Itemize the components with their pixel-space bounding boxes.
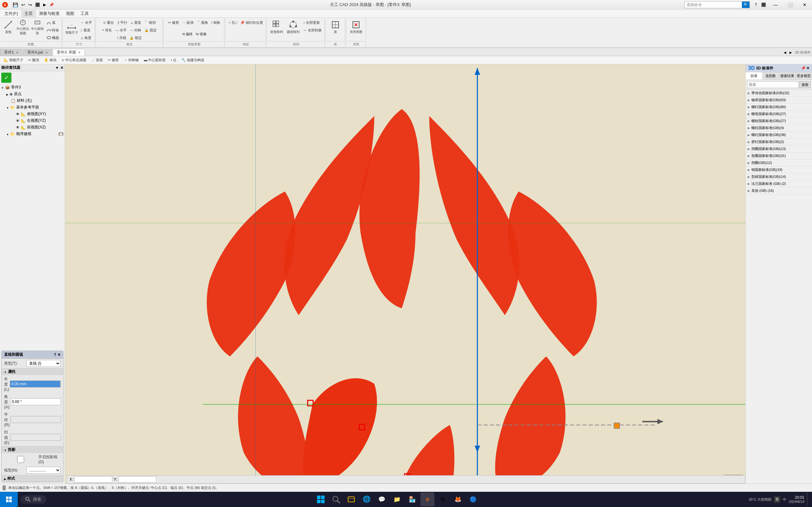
cmd-trim[interactable]: ✂ 修剪 <box>106 57 120 63</box>
rp-pin-btn[interactable]: 📌 <box>801 66 806 70</box>
hole-btn[interactable]: ○ 孔□ <box>227 19 238 26</box>
menu-file[interactable]: 文件(F) <box>1 10 21 17</box>
tab-part1[interactable]: 零件1 ✕ <box>0 49 22 56</box>
x-input[interactable] <box>74 476 112 483</box>
path-finder-expand[interactable]: ▼ <box>55 66 59 70</box>
cmd-rect[interactable]: ▬ 中心面矩形 <box>142 57 167 63</box>
menu-measure[interactable]: 测量与检查 <box>36 10 63 17</box>
rp-close-btn[interactable]: ✕ <box>806 66 809 70</box>
rp-item-1[interactable]: ▶ 轴承国家标准(GB)(93) <box>746 97 812 104</box>
cmd-undo[interactable]: ↩ 撤消 <box>26 57 41 63</box>
menu-view[interactable]: 视图 <box>63 10 78 17</box>
horiz-dim-btn[interactable]: ↔ 水平 <box>79 19 93 26</box>
rp-item-9[interactable]: ▶ 垫圈国家标准(GB)(31) <box>746 153 812 160</box>
tab-part4[interactable]: 零件4.par ✕ <box>23 49 52 56</box>
tab-part3[interactable]: 零件3: 草图 ✕ <box>53 49 85 56</box>
rp-item-5[interactable]: ▶ 螺柱国家标准(GB)(4) <box>746 125 812 131</box>
rp-tab-more[interactable]: 更多模型 <box>796 72 812 79</box>
undo-btn[interactable]: ↩ <box>20 2 26 8</box>
right-search-input[interactable] <box>747 81 799 88</box>
right-search-btn[interactable]: 搜索 <box>799 81 811 88</box>
tb-item-4[interactable]: 🌐 <box>359 493 373 506</box>
block-btn[interactable]: 块 <box>328 19 342 36</box>
cmd-move[interactable]: ✋ 移动 <box>42 57 58 63</box>
cmd-construct[interactable]: 🔧 创建为构造 <box>180 57 206 63</box>
save-btn[interactable]: 💾 <box>11 2 19 8</box>
tb-item-2[interactable] <box>329 493 343 506</box>
taskbar-search[interactable]: 搜索 <box>20 495 46 504</box>
tree-material[interactable]: 📋 材料 (无) <box>1 97 63 104</box>
rp-item-6[interactable]: ▶ 螺钉国家标准(GB)(38) <box>746 131 812 138</box>
stop-btn[interactable]: ⬛ <box>34 2 41 8</box>
rp-tab-select[interactable]: 选型数 <box>762 72 779 79</box>
tab3-close[interactable]: ✕ <box>78 51 81 54</box>
expand-btn[interactable]: ⬛ <box>760 1 767 8</box>
style-section[interactable]: 样式 <box>2 475 63 482</box>
tb-item-6[interactable]: 📁 <box>390 493 404 506</box>
confirm-btn[interactable]: ✓ <box>1 73 11 83</box>
tb-item-7[interactable]: 🏪 <box>405 493 419 506</box>
smart-dim-btn[interactable]: ↔ 智能尺寸 <box>65 19 79 36</box>
mirror-btn[interactable]: ⇆ 镜像 <box>195 31 208 38</box>
tb-item-9[interactable]: 🦊 <box>451 493 465 506</box>
tb-item-8[interactable]: ✉ <box>436 493 450 506</box>
tab-next-btn[interactable]: ▶ <box>788 49 794 56</box>
perp-btn[interactable]: ⊥ 垂直 <box>129 19 143 26</box>
tb-item-5[interactable]: 💬 <box>375 493 389 506</box>
length-input[interactable] <box>10 381 61 388</box>
proj-checkbox[interactable] <box>4 456 37 463</box>
rp-item-12[interactable]: ▶ 型材国家标准(GB)(14) <box>746 173 812 180</box>
rp-item-3[interactable]: ▶ 螺母国家标准(GB)(27) <box>746 111 812 118</box>
start-button[interactable] <box>0 492 18 507</box>
circle-btn[interactable]: 中心和点画圆 <box>16 19 30 36</box>
rp-item-8[interactable]: ▶ 挡圈国家标准(GB)(13) <box>746 146 812 153</box>
offset-btn[interactable]: ⇉ 偏移 <box>181 31 194 38</box>
menu-tools[interactable]: 工具 <box>78 10 92 17</box>
pin-btn[interactable]: 📌 <box>48 2 55 8</box>
y-input[interactable] <box>118 476 156 483</box>
horiz-btn[interactable]: — 水平 <box>114 26 128 34</box>
search-button[interactable]: 🔍 <box>742 2 750 8</box>
tb-item-10[interactable]: 🔵 <box>466 493 480 506</box>
rp-item-0[interactable]: ▶ 带传动国家标准(GB)(32) <box>746 90 812 97</box>
tree-view-xz[interactable]: 👁 📐 前视图(XZ) <box>1 124 63 131</box>
rp-item-2[interactable]: ▶ 螺钉国家标准(GB)(80) <box>746 104 812 111</box>
help-btn[interactable]: ? <box>752 1 759 8</box>
type-select[interactable]: 直线 (l) 圆弧 <box>26 360 61 367</box>
parallel-btn[interactable]: ∥ 平行 <box>116 19 129 26</box>
circle-array-btn[interactable]: 圆形阵列 <box>285 19 301 36</box>
tray-show-desktop[interactable] <box>807 493 808 506</box>
tray-lang[interactable]: 英 <box>774 496 780 503</box>
line-btn[interactable]: 直线 <box>1 19 15 36</box>
dialog-close-btn[interactable]: ✕ <box>57 352 61 357</box>
cmd-line[interactable]: ╱ 直线 <box>90 57 105 63</box>
fixed-btn[interactable]: 🔒 固定 <box>143 26 158 34</box>
close-sketch-btn[interactable]: 关闭草图 <box>349 19 363 36</box>
maximize-btn[interactable]: ⬜ <box>783 0 797 9</box>
tb-item-1[interactable] <box>314 493 328 506</box>
path-finder-close[interactable]: ✕ <box>60 66 63 70</box>
search-input[interactable] <box>685 2 742 8</box>
dialog-help-btn[interactable]: ? <box>54 352 56 357</box>
tb-cad-item[interactable]: ⚙ <box>420 493 435 506</box>
chamfer-btn[interactable]: / 倒角 <box>210 19 221 26</box>
rp-item-13[interactable]: ▶ 法兰国家标准 (GB) (2) <box>746 180 812 187</box>
rp-item-14[interactable]: ▶ 其他 (GB) (16) <box>746 187 812 194</box>
menu-home[interactable]: 主页 <box>21 10 36 17</box>
ellipse-btn[interactable]: 椭圆 <box>45 34 60 41</box>
tree-root[interactable]: 📦 零件3 <box>1 84 63 91</box>
rp-item-4[interactable]: ▶ 螺栓国家标准(GB)(27) <box>746 118 812 125</box>
tree-origin[interactable]: ⊕ 原点 <box>1 91 63 97</box>
tree-ref-planes[interactable]: 📁 基本参考平面 <box>1 104 63 111</box>
attr-section[interactable]: 属性 <box>2 368 63 375</box>
sym-btn[interactable]: ↔ 对称 <box>129 26 143 34</box>
vert-dim-btn[interactable]: ↕ 垂直 <box>79 26 93 34</box>
tab1-close[interactable]: ✕ <box>16 51 18 54</box>
angle-dim-btn[interactable]: ∠ 角度 <box>79 34 93 41</box>
angle-input[interactable] <box>10 398 61 405</box>
close-btn[interactable]: ✕ <box>797 0 812 9</box>
rect-array-btn[interactable]: 矩形阵列 <box>269 19 285 36</box>
cmd-smart-dim[interactable]: 📐 智能尺寸 <box>2 57 25 63</box>
rp-item-7[interactable]: ▶ 挤钉国家标准(GB)(2) <box>746 138 812 146</box>
collinear-btn[interactable]: / 共线 <box>116 34 127 41</box>
